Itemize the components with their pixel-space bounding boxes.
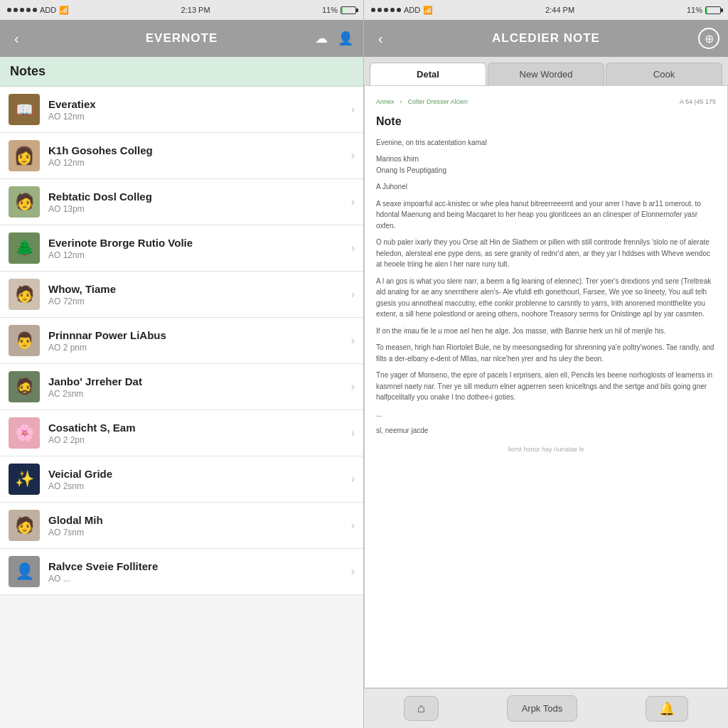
list-item[interactable]: 👨 Prinnnar Power LiAbus AO 2 pnm › (0, 318, 363, 364)
status-bar-left: ADD 📶 2:13 PM 11% (0, 0, 363, 20)
note-info: Everinote Brorge Rutio Volie AO 12nm (48, 237, 351, 260)
note-breadcrumb: Annex › Colter Dresser Alcien A 54 (45 1… (376, 97, 716, 107)
breadcrumb-1: Annex (376, 97, 395, 107)
note-title-main: Note (376, 113, 716, 130)
chevron-icon: › (351, 103, 355, 116)
note-info: Janbo' Jrreher Dat AC 2snm (48, 375, 351, 399)
note-info: Everatiex AO 12nm (48, 98, 351, 122)
note-subtitle: AO 72nm (48, 296, 351, 306)
note-info: Glodal Mih AO 7snm (48, 514, 351, 537)
note-subtitle: AO 2snm (48, 481, 351, 491)
user-icon[interactable]: 👤 (336, 29, 355, 48)
status-bar-right: ADD 📶 2:44 PM 11% (364, 0, 728, 20)
back-button-right[interactable]: ‹ (373, 28, 389, 50)
note-title: Everatiex (48, 98, 351, 110)
note-subtitle: AO 12nm (48, 112, 351, 122)
note-thumbnail: ✨ (9, 464, 40, 495)
chevron-icon: › (351, 427, 355, 439)
circle-plus-icon[interactable]: ⊕ (698, 28, 719, 49)
chevron-icon: › (351, 288, 355, 301)
note-subtitle: AO 13pm (48, 204, 351, 214)
note-info: Ralvce Sveie Follitere AO ... (48, 560, 351, 584)
right-panel: ADD 📶 2:44 PM 11% ‹ ALCEDIER NOTE ⊕ Deta… (364, 0, 728, 728)
bell-icon: 🔔 (659, 701, 675, 717)
note-para-5: Tne yager of Monseno, the epre of pacels… (376, 370, 716, 403)
note-thumbnail: 👩 (9, 140, 40, 171)
note-para-3: If on the imau fie le u moe ael hen he a… (376, 326, 716, 337)
tab-detail[interactable]: Detal (370, 63, 486, 85)
note-para-2: A l an gos is what you slere narr, a bee… (376, 276, 716, 320)
section-label: Notes (10, 64, 46, 78)
chevron-icon: › (351, 473, 355, 486)
note-info: Veicial Gride AO 2snm (48, 468, 351, 491)
tab-bar: Detal New Worded Cook (364, 57, 728, 85)
breadcrumb-separator: › (400, 97, 402, 107)
time-left: 2:13 PM (181, 6, 210, 14)
note-greeting: Evenine, on tris acatentation kamal (376, 137, 716, 149)
tab-cook[interactable]: Cook (606, 63, 722, 85)
battery-fill-right (706, 7, 707, 14)
note-author: Marinos khirn Onang Is Peuptigating (376, 154, 716, 176)
note-thumbnail: 🧑 (9, 186, 40, 218)
note-title: Ralvce Sveie Follitere (48, 560, 351, 572)
back-button-left[interactable]: ‹ (9, 28, 25, 50)
note-info: Rebtatic Dosl Colleg AO 13pm (48, 191, 351, 214)
note-title: Glodal Mih (48, 514, 351, 526)
list-item[interactable]: 🌲 Everinote Brorge Rutio Volie AO 12nm › (0, 225, 363, 272)
signal-dots-right (371, 8, 401, 12)
list-item[interactable]: 👤 Ralvce Sveie Follitere AO ... › (0, 549, 363, 595)
note-thumbnail: 👨 (9, 325, 40, 356)
chevron-icon: › (351, 519, 355, 532)
note-info: Prinnnar Power LiAbus AO 2 pnm (48, 329, 351, 353)
battery-left: 11% (322, 6, 356, 14)
note-para-0: A seaxe impoarful acc-knistec or whe ple… (376, 198, 716, 232)
arpk-tods-button[interactable]: Arpk Tods (507, 695, 578, 722)
note-thumbnail: 🌸 (9, 417, 40, 449)
section-header: Notes (0, 57, 363, 87)
note-title: Whow, Tiame (48, 283, 351, 295)
chevron-icon: › (351, 334, 355, 347)
wifi-icon-right: 📶 (423, 6, 433, 15)
home-button[interactable]: ⌂ (404, 696, 439, 721)
breadcrumb-2: Colter Dresser Alcien (408, 97, 469, 107)
notes-list[interactable]: 📖 Everatiex AO 12nm › 👩 K1h Gosohes Coll… (0, 87, 363, 728)
notification-button[interactable]: 🔔 (646, 696, 688, 722)
chevron-icon: › (351, 149, 355, 162)
battery-pct-right: 11% (687, 6, 702, 14)
battery-icon-left (341, 6, 356, 14)
list-item[interactable]: 🌸 Cosaticht S, Eam AO 2 2pn › (0, 410, 363, 456)
note-title: Cosaticht S, Eam (48, 422, 351, 434)
cloud-icon[interactable]: ☁ (314, 29, 329, 48)
note-content-area: Annex › Colter Dresser Alcien A 54 (45 1… (364, 85, 728, 688)
signal-dots-left (7, 8, 37, 12)
nav-title-left: EVERNOTE (146, 31, 218, 46)
note-subtitle: AO 12nm (48, 158, 351, 168)
list-item[interactable]: 👩 K1h Gosohes Colleg AO 12nm › (0, 133, 363, 179)
battery-icon-right (705, 6, 721, 14)
chevron-icon: › (351, 242, 355, 255)
list-item[interactable]: 🧑 Whow, Tiame AO 72nm › (0, 272, 363, 318)
nav-bar-right: ‹ ALCEDIER NOTE ⊕ (364, 20, 728, 57)
note-subtitle: AO ... (48, 574, 351, 584)
note-body: Evenine, on tris acatentation kamal Mari… (376, 137, 716, 437)
note-para-1: O nub paler ixarly they you Orse alt Hin… (376, 237, 716, 270)
time-right: 2:44 PM (545, 6, 574, 14)
arpk-tods-label: Arpk Tods (522, 703, 563, 714)
note-section: A Juhonel (376, 181, 716, 193)
home-icon: ⌂ (417, 701, 425, 716)
list-item[interactable]: 🧑 Glodal Mih AO 7snm › (0, 503, 363, 549)
chevron-icon: › (351, 196, 355, 208)
note-info: K1h Gosohes Colleg AO 12nm (48, 144, 351, 168)
carrier-left: ADD (40, 6, 56, 14)
list-item[interactable]: ✨ Veicial Gride AO 2snm › (0, 456, 363, 503)
note-subtitle: AO 12nm (48, 250, 351, 260)
note-thumbnail: 📖 (9, 94, 40, 125)
note-title: Prinnnar Power LiAbus (48, 329, 351, 341)
tab-new-worded[interactable]: New Worded (488, 63, 604, 85)
list-item[interactable]: 🧑 Rebtatic Dosl Colleg AO 13pm › (0, 179, 363, 225)
note-subtitle: AO 7snm (48, 528, 351, 537)
list-item[interactable]: 📖 Everatiex AO 12nm › (0, 87, 363, 133)
nav-title-right: ALCEDIER NOTE (492, 31, 600, 46)
wifi-icon-left: 📶 (59, 6, 69, 15)
list-item[interactable]: 🧔 Janbo' Jrreher Dat AC 2snm › (0, 364, 363, 410)
